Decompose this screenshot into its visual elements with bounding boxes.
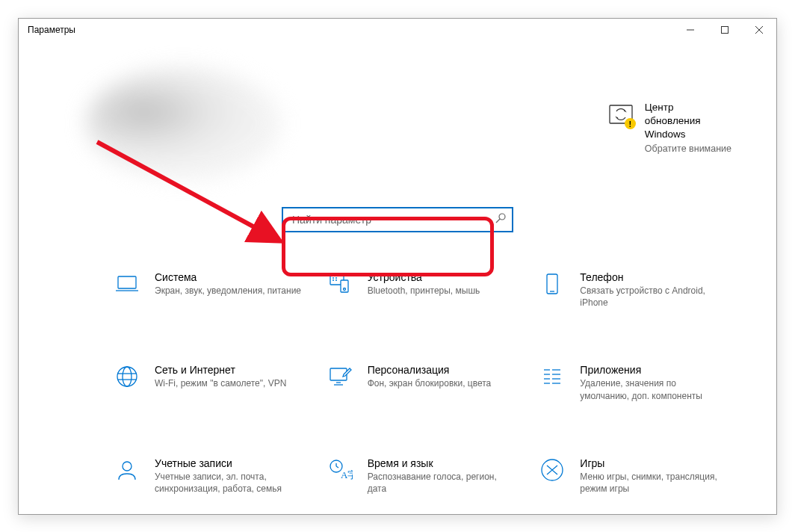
- category-phone[interactable]: Телефон Связать устройство с Android, iP…: [533, 265, 731, 313]
- search-icon: [495, 213, 506, 226]
- search-input[interactable]: [282, 207, 513, 232]
- devices-icon: [326, 270, 354, 298]
- category-devices[interactable]: Устройства Bluetooth, принтеры, мышь: [321, 265, 519, 313]
- categories-grid: Система Экран, звук, уведомления, питани…: [108, 265, 731, 499]
- search-container: [282, 207, 513, 232]
- svg-point-19: [123, 367, 132, 386]
- svg-rect-7: [118, 276, 136, 288]
- svg-rect-16: [547, 274, 557, 294]
- sync-icon: !: [607, 101, 634, 128]
- category-desc: Экран, звук, уведомления, питание: [155, 285, 301, 297]
- category-personalization[interactable]: Персонализация Фон, экран блокировки, цв…: [321, 358, 519, 406]
- svg-point-33: [123, 462, 132, 471]
- category-text: Персонализация Фон, экран блокировки, цв…: [368, 362, 492, 389]
- update-title-line2: обновления: [645, 114, 731, 128]
- settings-window: Параметры ! Цен: [18, 18, 777, 515]
- window-controls: [673, 19, 776, 41]
- time-language-icon: A字: [326, 456, 354, 484]
- gaming-icon: [538, 456, 566, 484]
- apps-icon: [538, 362, 566, 391]
- update-title-line3: Windows: [645, 128, 731, 141]
- category-desc: Wi-Fi, режим "в самолете", VPN: [155, 377, 286, 389]
- personalization-icon: [326, 362, 354, 391]
- category-accounts[interactable]: Учетные записи Учетные записи, эл. почта…: [108, 451, 306, 499]
- category-desc: Распознавание голоса, регион, дата: [368, 471, 515, 495]
- category-text: Учетные записи Учетные записи, эл. почта…: [155, 456, 302, 495]
- svg-point-5: [499, 214, 505, 220]
- category-title: Персонализация: [368, 364, 492, 376]
- category-title: Телефон: [580, 271, 727, 283]
- category-title: Учетные записи: [155, 457, 302, 469]
- svg-line-36: [336, 466, 338, 468]
- category-system[interactable]: Система Экран, звук, уведомления, питани…: [108, 265, 306, 313]
- update-text: Центр обновления Windows Обратите вниман…: [645, 101, 731, 154]
- category-desc: Связать устройство с Android, iPhone: [580, 285, 727, 309]
- svg-line-6: [496, 219, 500, 223]
- category-title: Система: [155, 271, 301, 283]
- window-title: Параметры: [28, 25, 75, 35]
- category-title: Приложения: [580, 364, 727, 376]
- category-text: Телефон Связать устройство с Android, iP…: [580, 270, 727, 309]
- category-time[interactable]: A字 Время и язык Распознавание голоса, ре…: [321, 451, 519, 499]
- svg-point-18: [117, 367, 137, 386]
- category-text: Приложения Удаление, значения по умолчан…: [580, 362, 727, 401]
- user-profile-blurred[interactable]: [86, 67, 280, 179]
- laptop-icon: [113, 270, 141, 298]
- category-network[interactable]: Сеть и Интернет Wi-Fi, режим "в самолете…: [108, 358, 306, 406]
- accounts-icon: [113, 456, 141, 484]
- alert-badge-icon: !: [625, 118, 636, 129]
- category-text: Время и язык Распознавание голоса, регио…: [368, 456, 515, 495]
- category-text: Система Экран, звук, уведомления, питани…: [155, 270, 301, 297]
- minimize-button[interactable]: [673, 19, 708, 41]
- category-text: Сеть и Интернет Wi-Fi, режим "в самолете…: [155, 362, 286, 389]
- titlebar: Параметры: [19, 19, 776, 41]
- category-desc: Меню игры, снимки, трансляция, режим игр…: [580, 471, 727, 495]
- category-title: Устройства: [368, 271, 480, 283]
- svg-text:A字: A字: [341, 469, 353, 480]
- phone-icon: [538, 270, 566, 298]
- category-desc: Учетные записи, эл. почта, синхронизация…: [155, 471, 302, 495]
- category-desc: Bluetooth, принтеры, мышь: [368, 285, 480, 297]
- category-text: Игры Меню игры, снимки, трансляция, режи…: [580, 456, 727, 495]
- update-title-line1: Центр: [645, 101, 731, 114]
- category-title: Время и язык: [368, 457, 515, 469]
- close-button[interactable]: [742, 19, 776, 41]
- category-title: Сеть и Интернет: [155, 364, 286, 376]
- category-apps[interactable]: Приложения Удаление, значения по умолчан…: [533, 358, 731, 406]
- svg-rect-1: [722, 27, 729, 34]
- category-desc: Удаление, значения по умолчанию, доп. ко…: [580, 377, 727, 401]
- globe-icon: [113, 362, 141, 391]
- category-text: Устройства Bluetooth, принтеры, мышь: [368, 270, 480, 297]
- category-title: Игры: [580, 457, 727, 469]
- maximize-button[interactable]: [708, 19, 742, 41]
- category-desc: Фон, экран блокировки, цвета: [368, 377, 492, 389]
- update-subtitle: Обратите внимание: [645, 143, 731, 154]
- windows-update-tile[interactable]: ! Центр обновления Windows Обратите вним…: [607, 101, 731, 154]
- category-gaming[interactable]: Игры Меню игры, снимки, трансляция, режи…: [533, 451, 731, 499]
